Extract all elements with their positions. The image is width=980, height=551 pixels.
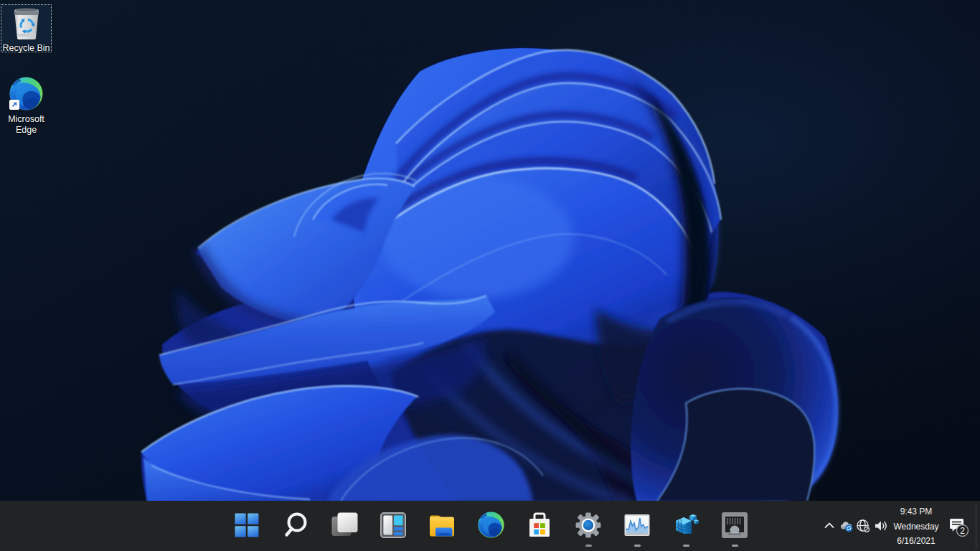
- svg-text:2: 2: [960, 526, 965, 536]
